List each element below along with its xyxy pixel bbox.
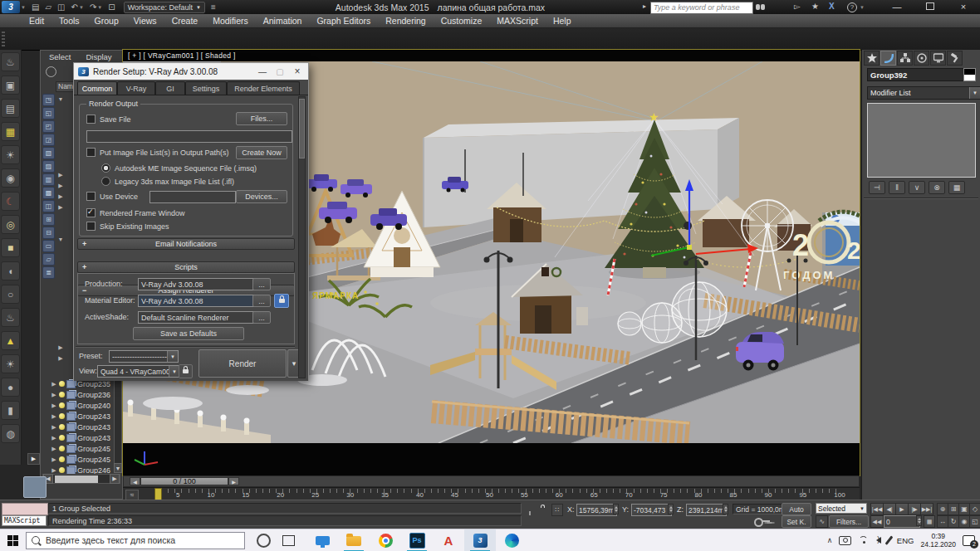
- explorer-tool-icon[interactable]: ▨: [42, 160, 55, 173]
- rendered-frame-window-checkbox[interactable]: [86, 208, 96, 217]
- key-filters-dropdown[interactable]: Selected ▼: [816, 503, 867, 514]
- maximize-viewport-icon[interactable]: ◱: [969, 515, 980, 528]
- save-file-checkbox[interactable]: [86, 115, 96, 124]
- light-bulb-icon[interactable]: [59, 381, 65, 387]
- undo-arrow-icon[interactable]: ▼: [79, 5, 84, 10]
- maxscript-listener-pane[interactable]: MAXScript: [2, 515, 47, 526]
- menu-item[interactable]: Animation: [256, 16, 310, 26]
- light-bulb-icon[interactable]: [59, 424, 65, 430]
- frame-spinner[interactable]: [916, 515, 922, 526]
- tab-gi[interactable]: GI: [155, 81, 185, 95]
- use-device-checkbox[interactable]: [86, 192, 96, 201]
- taskbar-search[interactable]: [26, 532, 245, 549]
- z-coordinate-field[interactable]: 2391,214m: [686, 504, 727, 516]
- group-label[interactable]: Group243: [77, 423, 110, 432]
- hscroll-right-icon[interactable]: ▶: [110, 474, 120, 484]
- light-bulb-icon[interactable]: [59, 467, 65, 473]
- zoom-icon[interactable]: ⊕: [937, 503, 948, 515]
- toolbar-grip[interactable]: [2, 32, 5, 46]
- dialog-maximize-icon[interactable]: ▢: [273, 67, 287, 76]
- app-logo-icon[interactable]: 3: [2, 1, 20, 13]
- tree-expand-icon[interactable]: ▼: [57, 236, 64, 242]
- explorer-menu-select[interactable]: Select: [49, 52, 71, 61]
- view-dropdown[interactable]: Quad 4 - VRayCam00 ▼: [97, 365, 180, 378]
- taskbar-app-display[interactable]: [306, 529, 338, 551]
- dialog-close-icon[interactable]: ×: [291, 66, 304, 77]
- material-lock-button[interactable]: [274, 294, 289, 308]
- key-mode-icon[interactable]: ◀◀: [870, 515, 884, 528]
- field-of-view-icon[interactable]: ◇: [969, 503, 980, 515]
- start-button[interactable]: [7, 535, 18, 546]
- explorer-tool-icon[interactable]: ▧: [42, 147, 55, 159]
- next-frame-icon[interactable]: ▶: [228, 477, 239, 485]
- make-unique-icon[interactable]: ∨: [909, 181, 925, 194]
- volume-icon[interactable]: [876, 537, 881, 544]
- left-toolbar-icon[interactable]: ▤: [1, 99, 20, 118]
- clock[interactable]: 0:39 24.12.2020: [920, 532, 956, 549]
- skip-existing-checkbox[interactable]: [86, 222, 96, 231]
- left-toolbar-icon[interactable]: ☀: [1, 354, 20, 373]
- new-file-icon[interactable]: ▤: [32, 2, 39, 12]
- files-button[interactable]: Files...: [236, 112, 287, 125]
- app-menu-arrow-icon[interactable]: ▼: [21, 5, 26, 10]
- menu-item[interactable]: Help: [546, 16, 579, 26]
- preset-dropdown[interactable]: ------------------------- ▼: [109, 350, 179, 363]
- autodesk-imsq-radio[interactable]: [101, 163, 110, 173]
- put-image-checkbox[interactable]: [86, 148, 96, 157]
- left-toolbar-icon[interactable]: ▦: [1, 122, 20, 141]
- group-label[interactable]: Group236: [77, 391, 110, 399]
- configure-modifier-sets-icon[interactable]: ▦: [948, 181, 965, 194]
- pen-icon[interactable]: [885, 536, 893, 545]
- dialog-title-bar[interactable]: 3 Render Setup: V-Ray Adv 3.00.08 — ▢ ×: [74, 63, 308, 80]
- tray-expand-icon[interactable]: ∧: [827, 536, 833, 544]
- dialog-minimize-icon[interactable]: —: [256, 67, 269, 76]
- zoom-extents-icon[interactable]: ▣: [958, 503, 970, 515]
- tab-vray[interactable]: V-Ray: [117, 81, 155, 95]
- light-bulb-icon[interactable]: [59, 435, 65, 441]
- explorer-group-row[interactable]: ▶ Group245: [51, 454, 110, 465]
- view-lock-button[interactable]: [179, 364, 193, 378]
- preset-dropdown-arrow-icon[interactable]: ▼: [167, 351, 178, 362]
- next-frame-icon[interactable]: |▶: [908, 503, 921, 515]
- explorer-tool-icon[interactable]: ▥: [42, 173, 55, 186]
- material-editor-renderer-field[interactable]: V-Ray Adv 3.00.08: [138, 295, 254, 307]
- cortana-icon[interactable]: [257, 534, 271, 548]
- menu-item[interactable]: MAXScript: [489, 16, 546, 26]
- production-renderer-field[interactable]: V-Ray Adv 3.00.08: [138, 278, 254, 290]
- viewport-layout-tab[interactable]: [23, 476, 47, 498]
- activeshade-renderer-field[interactable]: Default Scanline Renderer: [138, 311, 254, 324]
- notification-center-icon[interactable]: 2: [963, 535, 975, 546]
- previous-frame-icon[interactable]: ◀|: [883, 503, 896, 515]
- zoom-all-icon[interactable]: ⊞: [948, 503, 959, 515]
- explorer-tool-icon[interactable]: ◫: [42, 200, 55, 212]
- help-arrow-icon[interactable]: ▼: [860, 5, 865, 10]
- taskbar-app-chrome[interactable]: [370, 529, 401, 551]
- explorer-find-icon[interactable]: [46, 66, 56, 77]
- light-bulb-icon[interactable]: [59, 446, 65, 451]
- redo-icon[interactable]: ↷: [90, 2, 96, 12]
- modifier-list-arrow-icon[interactable]: ▼: [969, 87, 980, 99]
- menu-item[interactable]: Edit: [22, 16, 51, 26]
- explorer-tool-icon[interactable]: ◱: [42, 107, 55, 119]
- rollout-scripts[interactable]: +Scripts: [77, 261, 295, 273]
- tab-utilities-icon[interactable]: [947, 51, 963, 66]
- left-toolbar-icon[interactable]: ■: [1, 238, 20, 257]
- tree-expand-icon[interactable]: ▶: [57, 204, 64, 211]
- explorer-tool-icon[interactable]: ⊞: [42, 213, 55, 226]
- go-to-end-icon[interactable]: ▶▶|: [920, 503, 933, 515]
- y-coordinate-field[interactable]: -7034,473: [631, 504, 672, 516]
- workspace-menu-icon[interactable]: ≡: [211, 2, 216, 12]
- explorer-hscrollbar[interactable]: ◀ ▶: [42, 474, 120, 484]
- tree-expand-icon[interactable]: ▶: [57, 355, 64, 362]
- hscroll-thumb[interactable]: [55, 475, 98, 483]
- menu-item[interactable]: Modifiers: [205, 16, 256, 26]
- favorites-star-icon[interactable]: ★: [811, 2, 819, 11]
- menu-item[interactable]: Group: [87, 16, 126, 26]
- tree-expand-icon[interactable]: ▶: [51, 381, 57, 388]
- activeshade-browse-button[interactable]: ...: [252, 311, 271, 324]
- tree-expand-icon[interactable]: ▶: [57, 193, 64, 200]
- taskbar-search-input[interactable]: [44, 534, 213, 546]
- current-frame-field[interactable]: 0: [884, 515, 920, 528]
- time-slider-track[interactable]: ◀ 0 / 100 ▶: [123, 475, 860, 487]
- scene-link-icon[interactable]: ⊡: [108, 2, 115, 12]
